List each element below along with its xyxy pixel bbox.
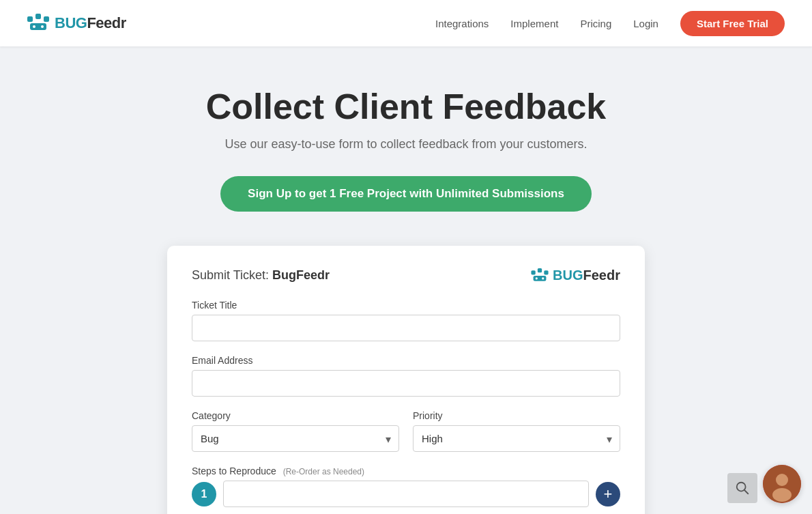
category-select-wrapper: Bug Feature Request Other: [192, 425, 399, 452]
logo: BUGFeedr: [27, 14, 126, 33]
svg-point-10: [536, 277, 538, 279]
steps-group: Steps to Reproduce (Re-Order as Needed) …: [192, 466, 620, 507]
hero-subheading: Use our easy-to-use form to collect feed…: [14, 137, 798, 152]
revain-badge: [763, 465, 801, 503]
search-overlay: [727, 473, 757, 503]
steps-label: Steps to Reproduce (Re-Order as Needed): [192, 466, 620, 476]
hero-section: Collect Client Feedback Use our easy-to-…: [0, 46, 812, 246]
nav-pricing-link[interactable]: Pricing: [580, 18, 611, 29]
logo-text: BUGFeedr: [55, 14, 126, 32]
step-input[interactable]: [223, 481, 589, 507]
svg-point-15: [776, 474, 788, 486]
card-logo-icon: [531, 268, 549, 283]
priority-select-wrapper: Low Medium High Critical: [413, 425, 620, 452]
search-icon: [735, 481, 750, 496]
card-logo: BUGFeedr: [531, 268, 620, 283]
logo-icon: [27, 14, 49, 33]
steps-row: 1 +: [192, 481, 620, 507]
form-card: Submit Ticket: BugFeedr BUGFeedr Ticket …: [167, 246, 645, 514]
nav-implement-link[interactable]: Implement: [510, 18, 558, 29]
revain-logo: [763, 465, 801, 503]
category-group: Category Bug Feature Request Other: [192, 410, 399, 452]
nav-integrations-link[interactable]: Integrations: [435, 18, 489, 29]
user-avatar: [763, 465, 801, 503]
category-select[interactable]: Bug Feature Request Other: [192, 425, 399, 452]
navbar: BUGFeedr Integrations Implement Pricing …: [0, 0, 812, 46]
svg-point-16: [772, 488, 792, 502]
card-logo-text: BUGFeedr: [553, 268, 620, 283]
form-card-title: Submit Ticket: BugFeedr: [192, 268, 330, 283]
priority-group: Priority Low Medium High Critical: [413, 410, 620, 452]
ticket-title-input[interactable]: [192, 315, 620, 341]
start-free-trial-button[interactable]: Start Free Trial: [680, 11, 785, 36]
email-group: Email Address: [192, 355, 620, 397]
svg-rect-6: [532, 270, 536, 274]
add-step-button[interactable]: +: [596, 482, 620, 506]
nav-links: Integrations Implement Pricing Login Sta…: [435, 11, 785, 36]
ticket-title-group: Ticket Title: [192, 300, 620, 341]
svg-rect-1: [35, 14, 41, 19]
category-priority-group: Category Bug Feature Request Other Prior…: [192, 410, 620, 452]
nav-login-link[interactable]: Login: [633, 18, 658, 29]
form-card-wrapper: Submit Ticket: BugFeedr BUGFeedr Ticket …: [0, 246, 812, 514]
category-label: Category: [192, 410, 399, 421]
svg-rect-0: [27, 16, 33, 22]
svg-rect-3: [30, 23, 46, 30]
ticket-title-label: Ticket Title: [192, 300, 620, 311]
email-input[interactable]: [192, 370, 620, 397]
priority-label: Priority: [413, 410, 620, 421]
email-label: Email Address: [192, 355, 620, 366]
svg-point-4: [33, 25, 35, 28]
svg-rect-9: [534, 276, 547, 281]
priority-select[interactable]: Low Medium High Critical: [413, 425, 620, 452]
svg-point-5: [41, 25, 44, 28]
svg-rect-7: [538, 268, 542, 272]
hero-heading: Collect Client Feedback: [14, 87, 798, 126]
form-card-header: Submit Ticket: BugFeedr BUGFeedr: [192, 268, 620, 283]
svg-point-11: [542, 277, 544, 279]
steps-sub-label: (Re-Order as Needed): [283, 467, 364, 476]
step-number-badge[interactable]: 1: [192, 482, 216, 506]
svg-rect-2: [44, 16, 49, 22]
signup-button[interactable]: Sign Up to get 1 Free Project with Unlim…: [220, 176, 592, 212]
svg-line-13: [744, 490, 749, 494]
svg-rect-8: [544, 270, 548, 274]
